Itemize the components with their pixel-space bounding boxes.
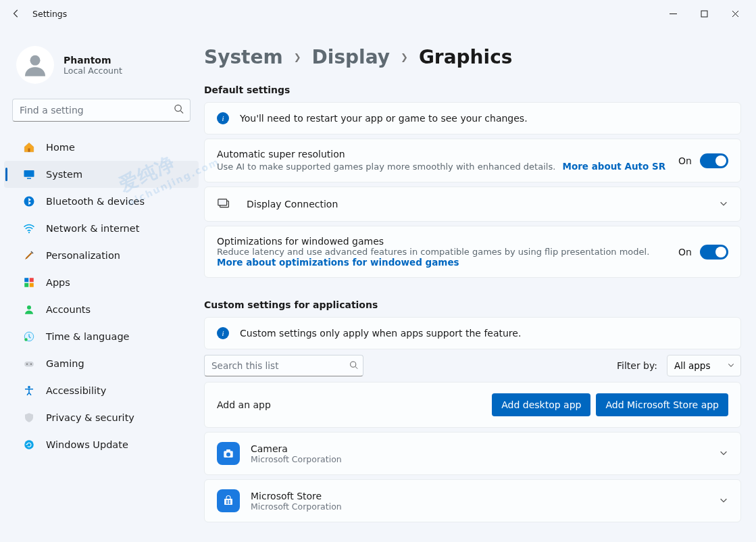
svg-rect-28 bbox=[229, 500, 230, 501]
window-controls bbox=[657, 3, 751, 24]
nav-network[interactable]: Network & internet bbox=[4, 215, 199, 242]
asr-toggle[interactable] bbox=[700, 153, 728, 168]
nav-apps[interactable]: Apps bbox=[4, 269, 199, 296]
sidebar-search bbox=[12, 99, 191, 122]
svg-rect-25 bbox=[226, 449, 230, 451]
nav-label: Time & language bbox=[46, 331, 130, 342]
display-connection-title: Display Connection bbox=[247, 199, 338, 210]
asr-link[interactable]: More about Auto SR bbox=[562, 161, 665, 172]
breadcrumb-display[interactable]: Display bbox=[312, 46, 390, 68]
nav-label: Privacy & security bbox=[46, 412, 134, 423]
nav-label: Bluetooth & devices bbox=[46, 196, 145, 207]
info-text: You'll need to restart your app or game … bbox=[240, 113, 528, 124]
nav-accessibility[interactable]: Accessibility bbox=[4, 377, 199, 404]
svg-point-12 bbox=[27, 305, 31, 310]
nav-gaming[interactable]: Gaming bbox=[4, 350, 199, 377]
shield-icon bbox=[23, 412, 35, 424]
app-search-input[interactable] bbox=[204, 355, 363, 376]
brush-icon bbox=[23, 249, 35, 262]
chevron-right-icon: ❯ bbox=[401, 52, 408, 62]
nav-list: Home System Bluetooth & devices Network … bbox=[0, 134, 203, 458]
bluetooth-icon bbox=[23, 195, 35, 207]
nav-system[interactable]: System bbox=[4, 161, 199, 188]
opt-toggle[interactable] bbox=[700, 245, 728, 260]
chevron-down-icon bbox=[727, 360, 735, 371]
card-optimizations: Optimizations for windowed games Reduce … bbox=[204, 226, 741, 278]
nav-personalization[interactable]: Personalization bbox=[4, 242, 199, 269]
asr-toggle-label: On bbox=[678, 155, 692, 166]
filter-select[interactable]: All apps bbox=[667, 355, 741, 376]
search-icon bbox=[174, 104, 184, 117]
update-icon bbox=[23, 439, 35, 451]
apps-icon bbox=[23, 276, 35, 289]
app-item-camera[interactable]: Camera Microsoft Corporation bbox=[204, 432, 741, 475]
asr-title: Automatic super resolution bbox=[217, 149, 667, 159]
profile-block[interactable]: Phantom Local Account bbox=[0, 35, 203, 99]
card-auto-sr: Automatic super resolution Use AI to mak… bbox=[204, 139, 741, 182]
minimize-icon bbox=[670, 10, 677, 18]
svg-point-18 bbox=[28, 386, 30, 389]
nav-label: Network & internet bbox=[46, 223, 139, 234]
app-name: Microsoft Store bbox=[251, 491, 708, 501]
custom-info-text: Custom settings only apply when apps sup… bbox=[240, 328, 521, 339]
svg-rect-11 bbox=[30, 283, 34, 287]
store-app-icon bbox=[217, 489, 240, 512]
title-bar: Settings bbox=[0, 0, 756, 27]
nav-home[interactable]: Home bbox=[4, 134, 199, 161]
person-icon bbox=[23, 303, 35, 316]
filter-value: All apps bbox=[674, 360, 710, 371]
opt-title: Optimizations for windowed games bbox=[217, 236, 667, 247]
svg-point-17 bbox=[30, 364, 32, 365]
app-publisher: Microsoft Corporation bbox=[251, 454, 708, 464]
maximize-button[interactable] bbox=[688, 3, 720, 24]
app-publisher: Microsoft Corporation bbox=[251, 501, 708, 512]
add-desktop-app-button[interactable]: Add desktop app bbox=[492, 393, 590, 416]
info-card-custom: i Custom settings only apply when apps s… bbox=[204, 317, 741, 349]
info-card-restart: i You'll need to restart your app or gam… bbox=[204, 102, 741, 134]
maximize-icon bbox=[701, 10, 708, 18]
card-display-connection[interactable]: Display Connection bbox=[204, 187, 741, 222]
back-button[interactable] bbox=[5, 3, 27, 24]
svg-rect-3 bbox=[28, 149, 30, 152]
svg-rect-8 bbox=[24, 278, 28, 282]
nav-privacy[interactable]: Privacy & security bbox=[4, 404, 199, 431]
nav-label: System bbox=[46, 169, 82, 180]
opt-toggle-label: On bbox=[678, 247, 692, 257]
svg-point-22 bbox=[351, 362, 356, 367]
profile-sub: Local Account bbox=[64, 66, 122, 76]
filter-label: Filter by: bbox=[617, 360, 657, 371]
breadcrumb-system[interactable]: System bbox=[204, 46, 283, 68]
breadcrumb-graphics: Graphics bbox=[419, 46, 513, 68]
nav-label: Accounts bbox=[46, 304, 91, 315]
close-button[interactable] bbox=[720, 3, 751, 24]
search-input[interactable] bbox=[12, 99, 191, 122]
app-name: Camera bbox=[251, 443, 708, 454]
home-icon bbox=[23, 141, 35, 153]
minimize-button[interactable] bbox=[657, 3, 688, 24]
chevron-down-icon bbox=[719, 495, 728, 508]
section-default-heading: Default settings bbox=[204, 84, 741, 95]
app-title: Settings bbox=[32, 9, 67, 19]
app-item-store[interactable]: Microsoft Store Microsoft Corporation bbox=[204, 479, 741, 522]
wifi-icon bbox=[23, 222, 35, 235]
sidebar: Phantom Local Account Home System Blueto… bbox=[0, 27, 203, 542]
opt-link[interactable]: More about optimizations for windowed ga… bbox=[217, 257, 667, 268]
svg-rect-30 bbox=[229, 502, 230, 503]
breadcrumb: System ❯ Display ❯ Graphics bbox=[204, 27, 741, 78]
nav-label: Windows Update bbox=[46, 439, 128, 450]
profile-name: Phantom bbox=[64, 55, 122, 66]
svg-point-7 bbox=[28, 232, 30, 233]
nav-label: Gaming bbox=[46, 358, 84, 369]
svg-rect-4 bbox=[24, 170, 34, 177]
nav-accounts[interactable]: Accounts bbox=[4, 296, 199, 323]
svg-rect-26 bbox=[224, 499, 232, 505]
svg-point-2 bbox=[175, 105, 181, 111]
svg-rect-0 bbox=[701, 11, 707, 17]
nav-bluetooth[interactable]: Bluetooth & devices bbox=[4, 188, 199, 215]
svg-rect-27 bbox=[226, 500, 228, 501]
nav-label: Accessibility bbox=[46, 385, 106, 396]
nav-update[interactable]: Windows Update bbox=[4, 431, 199, 458]
nav-time[interactable]: Time & language bbox=[4, 323, 199, 350]
asr-sub: Use AI to make supported games play more… bbox=[217, 162, 555, 172]
add-store-app-button[interactable]: Add Microsoft Store app bbox=[596, 393, 728, 416]
